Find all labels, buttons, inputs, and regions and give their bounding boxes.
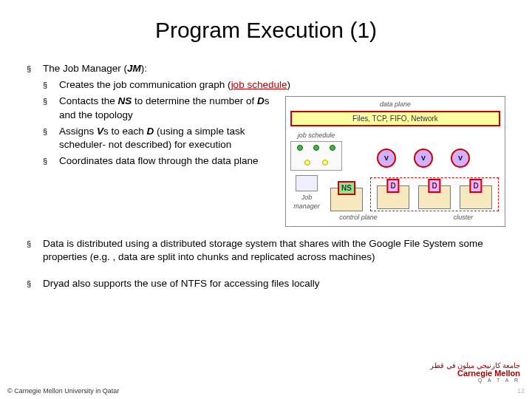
t: NS [118, 95, 132, 106]
t: to determine the number of [132, 95, 257, 106]
d-server-icon: D [374, 185, 412, 209]
bullet-icon: § [27, 237, 43, 264]
sub-2: § Contacts the NS to determine the numbe… [43, 95, 279, 121]
d-server-icon: D [457, 185, 495, 209]
t: D [257, 95, 265, 106]
bullet-3: § Dryad also supports the use of NTFS fo… [27, 277, 505, 290]
bullet-icon: § [43, 125, 59, 151]
d-badge: D [386, 179, 399, 194]
b1-prefix: The Job Manager ( [43, 63, 127, 74]
vertex-node-icon: V [451, 149, 470, 168]
bullet-icon: § [43, 95, 59, 121]
t: Data is distributed using a distributed … [43, 237, 505, 264]
cmu-qatar-logo: جامعة كارنيجي ميلون في قطر Carnegie Mell… [430, 362, 520, 383]
page-number: 12 [517, 387, 525, 395]
bullet-1: § The Job Manager (JM): [27, 62, 505, 75]
t: s to each [103, 126, 147, 137]
b1-jm: JM [127, 63, 141, 74]
architecture-diagram: data plane Files, TCP, FIFO, Network job… [285, 96, 505, 226]
s1-suffix: ) [287, 79, 290, 90]
control-plane-label: control plane [290, 213, 426, 222]
data-plane-box: Files, TCP, FIFO, Network [290, 111, 500, 127]
t: Contacts the [59, 95, 118, 106]
sub-4: § Coordinates data flow through the data… [43, 154, 279, 168]
job-schedule-label: job schedule [290, 131, 342, 140]
logo-sub: Q A T A R [430, 378, 520, 383]
cluster-box: D D D [370, 177, 499, 211]
d-badge: D [428, 179, 440, 194]
cluster-label: cluster [426, 213, 500, 222]
data-plane-label: data plane [290, 100, 500, 109]
vertex-node-icon: V [414, 149, 433, 168]
logo-text: Carnegie Mellon [430, 369, 520, 378]
t: Dryad also supports the use of NTFS for … [43, 277, 505, 290]
t: Assigns [59, 126, 97, 137]
d-badge: D [469, 179, 482, 194]
t: Coordinates data flow through the data p… [59, 154, 279, 168]
s1-prefix: Creates the job communication graph ( [59, 79, 231, 90]
slide-content: § The Job Manager (JM): § Creates the jo… [27, 62, 505, 290]
slide-title: Program Execution (1) [27, 18, 505, 43]
ns-badge: NS [338, 181, 355, 196]
t: D [147, 126, 154, 137]
jm-label: Job manager [290, 193, 323, 211]
d-server-icon: D [415, 185, 454, 209]
schedule-graph-icon [290, 141, 342, 171]
s1-link: job schedule [231, 79, 287, 90]
sub-3: § Assigns Vs to each D (using a simple t… [43, 125, 279, 151]
copyright-footer: © Carnegie Mellon University in Qatar [7, 387, 119, 395]
bullet-icon: § [43, 78, 59, 92]
job-manager-icon: Job manager [290, 175, 323, 211]
bullet-icon: § [43, 154, 59, 168]
sub-1: § Creates the job communication graph (j… [43, 78, 505, 92]
bullet-icon: § [27, 62, 43, 75]
bullet-icon: § [27, 277, 43, 290]
vertex-node-icon: V [377, 149, 396, 168]
t: V [97, 126, 103, 137]
ns-server-icon: NS [327, 188, 366, 211]
b1-suffix: ): [141, 63, 147, 74]
bullet-2: § Data is distributed using a distribute… [27, 237, 505, 264]
